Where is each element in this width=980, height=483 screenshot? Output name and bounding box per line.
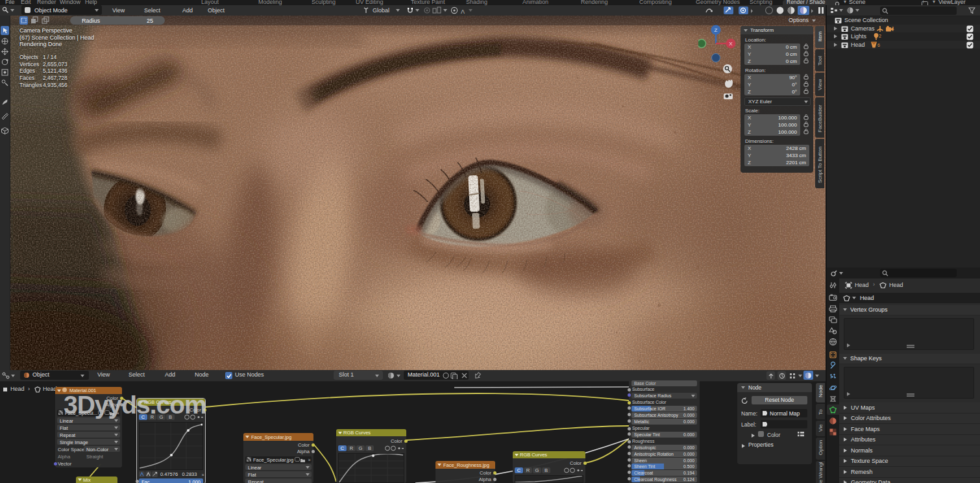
- svg-text:Z: Z: [715, 27, 718, 33]
- svg-text:X: X: [729, 41, 733, 47]
